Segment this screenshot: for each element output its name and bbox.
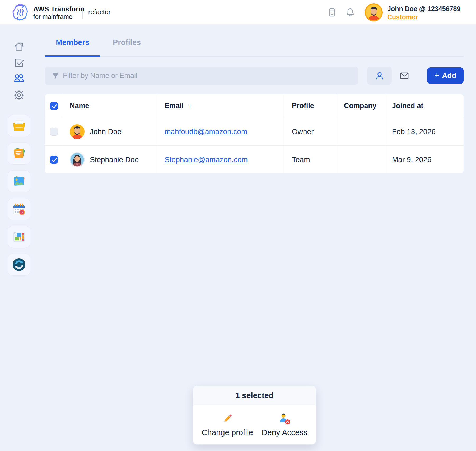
column-header-profile[interactable]: Profile — [285, 94, 337, 118]
deny-user-icon — [278, 413, 291, 425]
member-profile: Owner — [285, 118, 337, 146]
change-profile-label: Change profile — [202, 428, 253, 437]
column-header-company[interactable]: Company — [337, 94, 385, 118]
member-email-link[interactable]: mahfoudb@amazon.com — [165, 127, 247, 136]
filter-bar — [45, 67, 358, 85]
column-header-name[interactable]: Name — [63, 94, 158, 118]
woman-avatar — [70, 152, 85, 167]
photos-icon — [12, 174, 26, 188]
brand-block: AWS Transform for mainframe — [33, 5, 85, 20]
member-company — [337, 118, 385, 146]
person-icon — [375, 71, 384, 80]
tab-members[interactable]: Members — [45, 38, 100, 47]
shortcut-mosaic[interactable] — [8, 226, 30, 248]
selection-count: 1 selected — [193, 386, 316, 405]
bell-icon[interactable] — [346, 7, 355, 17]
user-filter-button[interactable] — [367, 67, 392, 85]
sticky-notes-icon — [12, 146, 26, 161]
user-name: John Doe @ 123456789 — [387, 5, 460, 13]
home-icon — [13, 41, 25, 52]
sync-icon — [12, 257, 26, 272]
aws-transform-logo-icon — [12, 3, 29, 21]
user-info: John Doe @ 123456789 Customer — [387, 5, 460, 21]
mail-icon — [399, 70, 410, 81]
user-avatar[interactable] — [364, 3, 383, 22]
shortcut-documents[interactable] — [8, 115, 30, 137]
man-avatar — [70, 124, 85, 139]
change-profile-button[interactable]: Change profile — [202, 413, 253, 437]
brand-divider — [82, 7, 83, 19]
gear-icon — [13, 89, 25, 101]
docs-icon[interactable] — [328, 8, 337, 17]
table-header-row: Name Email ↑ Profile Company Joined at — [45, 94, 464, 118]
add-button-label: Add — [442, 71, 456, 80]
row-checkbox[interactable] — [50, 128, 58, 136]
table-row: John Doe mahfoudb@amazon.com Owner Feb 1… — [45, 118, 464, 146]
table-row: Stephanie Doe Stephanie@amazon.com Team … — [45, 146, 464, 173]
member-name: Stephanie Doe — [90, 155, 139, 164]
member-name: John Doe — [90, 127, 122, 136]
column-header-email[interactable]: Email ↑ — [158, 94, 285, 118]
brand-subtitle: for mainframe — [33, 13, 85, 20]
member-profile: Team — [285, 146, 337, 173]
deny-access-button[interactable]: Deny Access — [262, 413, 307, 437]
shortcut-photos[interactable] — [8, 170, 30, 192]
row-checkbox[interactable] — [50, 156, 58, 164]
folder-documents-icon — [12, 119, 26, 133]
sidebar-item-tasks[interactable] — [13, 57, 25, 68]
tab-profiles[interactable]: Profiles — [106, 38, 148, 47]
app-root: AWS Transform for mainframe refactor — [0, 0, 476, 451]
filter-funnel-icon — [52, 72, 59, 79]
member-email-link[interactable]: Stephanie@amazon.com — [165, 155, 248, 164]
sort-ascending-icon[interactable]: ↑ — [188, 102, 192, 110]
shortcut-notes[interactable] — [8, 142, 30, 165]
user-role-badge: Customer — [387, 13, 460, 21]
filter-input[interactable] — [63, 67, 353, 85]
add-button[interactable]: + Add — [427, 67, 464, 84]
members-icon — [13, 73, 25, 85]
deny-access-label: Deny Access — [262, 428, 307, 437]
select-all-checkbox[interactable] — [50, 102, 58, 110]
shortcut-sync[interactable] — [8, 254, 30, 276]
member-company — [337, 146, 385, 173]
sidebar-item-home[interactable] — [13, 41, 25, 52]
pencil-icon — [221, 413, 234, 425]
mail-button[interactable] — [399, 70, 410, 81]
member-joined: Mar 9, 2026 — [385, 146, 464, 173]
selection-panel: 1 selected Change profile — [193, 385, 316, 445]
task-check-icon — [13, 57, 25, 68]
shortcut-calendar[interactable] — [8, 198, 30, 220]
sidebar-item-settings[interactable] — [13, 89, 25, 101]
sidebar-item-members[interactable] — [13, 73, 25, 85]
plus-icon: + — [434, 71, 439, 79]
calendar-clock-icon — [12, 202, 26, 216]
brand-title: AWS Transform — [33, 5, 85, 13]
members-table: Name Email ↑ Profile Company Joined at — [45, 94, 464, 173]
column-header-joined[interactable]: Joined at — [385, 94, 464, 118]
active-tab-underline — [45, 55, 100, 57]
member-joined: Feb 13, 2026 — [385, 118, 464, 146]
tabs-divider — [45, 56, 464, 57]
top-header: AWS Transform for mainframe refactor — [0, 0, 476, 24]
layout-mosaic-icon — [12, 230, 26, 244]
context-label: refactor — [88, 8, 111, 16]
